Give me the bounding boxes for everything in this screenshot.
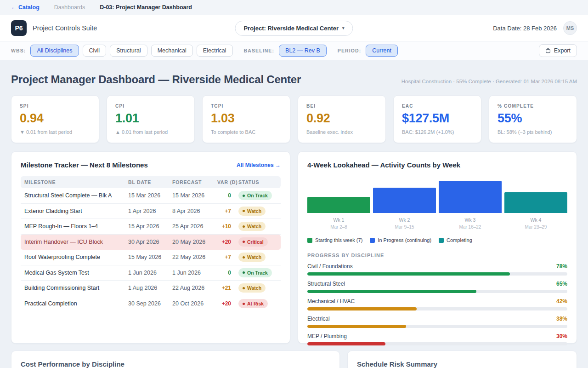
status-dot-icon [243,256,245,259]
milestone-panel-title: Milestone Tracker — Next 8 Milestones [21,161,148,169]
table-row[interactable]: Medical Gas System Test 1 Jun 2026 1 Jun… [21,265,281,281]
legend-item-inprogress: In Progress (continuing) [370,237,431,243]
legend-swatch-icon [439,238,444,243]
milestone-name: Exterior Cladding Start [21,208,128,214]
discipline-pct: 38% [556,316,567,322]
variance-days: +21 [217,285,238,291]
forecast-date: 20 May 2026 [172,239,217,245]
all-milestones-link[interactable]: All Milestones → [237,162,281,168]
col-header-bl-date: BL DATE [128,179,172,185]
milestone-name: Roof Waterproofing Complete [21,254,128,260]
table-row-critical[interactable]: Interim Handover — ICU Block 30 Apr 2026… [21,235,281,250]
progress-track [307,325,567,328]
discipline-chip-all[interactable]: All Disciplines [30,45,79,57]
table-row[interactable]: Exterior Cladding Start 1 Apr 2026 8 Apr… [21,204,281,219]
progress-fill [307,307,417,310]
kpi-label: SPI [20,104,90,109]
axis-sublabel: Mar 16–22 [439,224,502,230]
axis-label: Wk 4 [504,217,567,223]
lookahead-panel-title: 4-Week Lookahead — Activity Counts by We… [307,161,460,169]
lookahead-axis-labels: Wk 1Mar 2–8 Wk 2Mar 9–15 Wk 3Mar 16–22 W… [307,217,567,230]
discipline-chip-electrical[interactable]: Electrical [197,45,233,57]
app-name: Project Controls Suite [33,24,97,32]
project-selector-label: Project: Riverside Medical Center [243,25,339,32]
status-dot-icon [243,225,245,228]
status-badge: Watch [238,222,266,231]
main-panels: Milestone Tracker — Next 8 Milestones Al… [11,151,577,344]
app-logo: P6 [11,20,27,36]
page-heading-row: Project Manager Dashboard — Riverside Me… [11,73,577,86]
kpi-value: $127.5M [402,111,473,126]
forecast-date: 8 Apr 2026 [172,208,217,214]
export-icon [545,48,551,53]
bl-date: 1 Jun 2026 [128,270,172,276]
discipline-pct: 65% [556,281,567,287]
status-badge: On Track [238,191,272,200]
milestone-table: MILESTONE BL DATE FORECAST VAR (D) STATU… [21,176,281,311]
bottom-card-right: Schedule Risk Summary [347,351,577,368]
legend-item-completing: Completing [439,237,472,243]
wbs-label: WBS: [11,48,26,53]
status-dot-icon [243,303,245,305]
forecast-date: 25 Apr 2026 [172,223,217,230]
status-badge: Critical [238,237,268,247]
bottom-card-title: Cost Performance by Discipline [21,360,330,368]
kpi-label: EAC [402,104,473,109]
kpi-subtext: ▼ 0.01 from last period [20,129,90,135]
kpi-subtext: To complete to BAC [211,129,282,135]
table-row[interactable]: Practical Completion 30 Sep 2026 20 Oct … [21,296,281,312]
axis-sublabel: Mar 23–29 [504,224,567,230]
legend-item-starting: Starting this week (7) [307,237,362,243]
variance-days: +20 [217,239,238,245]
variance-days: 0 [217,192,238,199]
table-row[interactable]: Building Commissioning Start 1 Aug 2026 … [21,281,281,296]
table-row[interactable]: Structural Steel Complete — Blk A 15 Mar… [21,188,281,204]
bl-date: 30 Sep 2026 [128,300,172,307]
discipline-pct: 30% [556,333,567,339]
status-dot-icon [243,195,245,197]
discipline-chip-mechanical[interactable]: Mechanical [151,45,193,57]
export-button[interactable]: Export [539,44,577,57]
kpi-subtext: ▲ 0.01 from last period [115,129,186,135]
col-header-status: STATUS [238,179,281,185]
table-row[interactable]: MEP Rough-In — Floors 1–4 15 Apr 2026 25… [21,219,281,235]
breadcrumb-dashboards[interactable]: Dashboards [54,4,85,11]
table-row[interactable]: Roof Waterproofing Complete 15 May 2026 … [21,250,281,265]
discipline-chip-structural[interactable]: Structural [110,45,147,57]
progress-fill [307,342,385,345]
kpi-label: BEI [306,104,377,109]
baseline-chip[interactable]: BL2 — Rev B [279,45,327,57]
discipline-chip-civil[interactable]: Civil [83,45,107,57]
axis-label: Wk 3 [439,217,502,223]
avatar[interactable]: MS [563,21,577,35]
progress-track [307,307,567,310]
discipline-label: Structural Steel [307,281,345,287]
page-title: Project Manager Dashboard — Riverside Me… [11,73,301,86]
kpi-card-cpi: CPI 1.01 ▲ 0.01 from last period [107,95,195,143]
forecast-date: 20 Oct 2026 [172,300,217,307]
kpi-card-spi: SPI 0.94 ▼ 0.01 from last period [11,95,99,143]
progress-row-civil: Civil / Foundations78% [307,263,567,276]
back-to-catalog-link[interactable]: ← Catalog [11,4,40,11]
progress-row-structural: Structural Steel65% [307,281,567,293]
breadcrumb-bar: ← Catalog Dashboards D-03: Project Manag… [0,0,588,15]
period-chip[interactable]: Current [366,45,398,57]
app-header: P6 Project Controls Suite Project: River… [0,15,588,41]
discipline-label: MEP / Plumbing [307,333,347,339]
kpi-subtext: BL: 58% (−3 pts behind) [498,129,568,135]
variance-days: +20 [217,300,238,307]
bar-wk4 [504,192,567,213]
lookahead-bar-chart [307,181,567,213]
kpi-value: 1.01 [115,111,186,126]
bl-date: 15 Mar 2026 [128,192,172,199]
progress-section-heading: PROGRESS BY DISCIPLINE [307,253,567,258]
bl-date: 15 May 2026 [128,254,172,260]
progress-fill [307,290,476,293]
bottom-card-row: Cost Performance by Discipline Schedule … [11,351,577,368]
progress-row-mechanical: Mechanical / HVAC42% [307,298,567,310]
milestone-name: Structural Steel Complete — Blk A [21,192,128,199]
project-selector[interactable]: Project: Riverside Medical Center ▾ [235,21,353,36]
axis-label: Wk 1 [307,217,370,223]
col-header-var: VAR (D) [217,179,238,185]
progress-track [307,272,567,276]
